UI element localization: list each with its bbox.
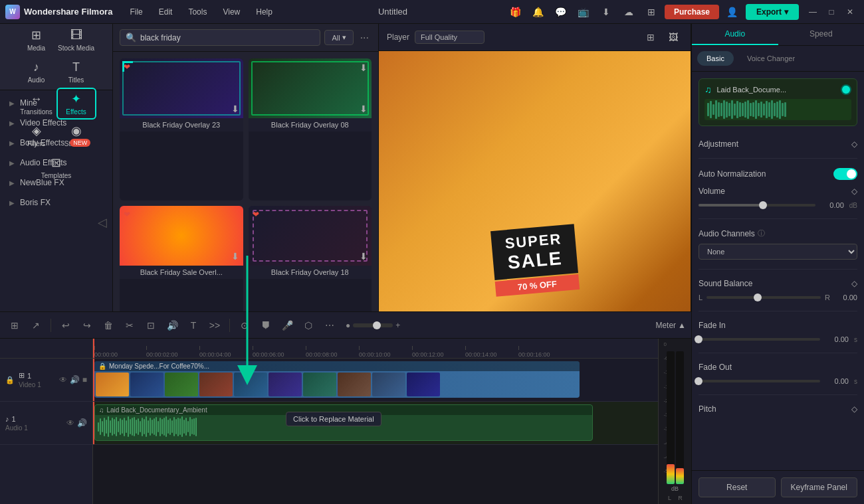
- undo-icon[interactable]: ↩: [56, 316, 75, 335]
- zoom-slider[interactable]: [353, 323, 393, 327]
- delete-icon[interactable]: 🗑: [99, 316, 118, 335]
- keyframe-panel-button[interactable]: Keyframe Panel: [781, 477, 858, 497]
- image-view-icon[interactable]: 🖼: [664, 28, 683, 46]
- menu-edit[interactable]: Edit: [152, 5, 179, 19]
- cut-icon[interactable]: ✂: [120, 316, 139, 335]
- volume-label: Volume: [699, 187, 725, 196]
- sidebar-item-body-effects[interactable]: ▶ Body Effects NEW: [0, 133, 112, 153]
- menu-file[interactable]: File: [123, 5, 149, 19]
- track-vol-icon[interactable]: 🔊: [77, 418, 87, 428]
- search-box: 🔍: [120, 29, 320, 46]
- download-icon[interactable]: ⬇: [597, 3, 615, 21]
- volume-diamond-icon[interactable]: ◇: [851, 187, 857, 196]
- filter-button[interactable]: All ▾: [324, 30, 353, 45]
- crop-icon[interactable]: ⊡: [142, 316, 160, 335]
- grid-icon[interactable]: ⊞: [642, 3, 661, 21]
- volume-slider[interactable]: [699, 204, 815, 207]
- audio-channels-select[interactable]: NoneMonoStereo: [699, 244, 857, 260]
- minimize-button[interactable]: —: [804, 3, 821, 21]
- redo-icon[interactable]: ↪: [78, 316, 96, 335]
- meter-label[interactable]: Meter ▲: [655, 321, 686, 330]
- track-eye-icon[interactable]: 👁: [66, 418, 74, 428]
- balance-slider[interactable]: [706, 296, 821, 299]
- subtab-basic[interactable]: Basic: [697, 51, 734, 66]
- more-options-button[interactable]: ···: [358, 32, 372, 44]
- music-icon: ♫: [99, 406, 104, 414]
- sidebar-item-boris[interactable]: ▶ Boris FX: [0, 193, 112, 212]
- reset-button[interactable]: Reset: [699, 477, 776, 497]
- window-controls: — □ ✕: [804, 3, 859, 21]
- lock-icon: 🔒: [98, 363, 106, 370]
- markers-icon[interactable]: ⋯: [320, 316, 339, 335]
- sidebar-item-audio-effects[interactable]: ▶ Audio Effects: [0, 153, 112, 173]
- balance-l-label: L: [699, 294, 702, 301]
- tab-speed[interactable]: Speed: [778, 24, 865, 45]
- toolbar-strip: ⊞ Media 🎞 Stock Media ♪ Audio T Titles ↔…: [0, 24, 112, 90]
- board-icon[interactable]: ⬡: [299, 316, 318, 335]
- bell-icon[interactable]: 🔔: [529, 3, 548, 21]
- timeline-ruler[interactable]: 00:00:00 00:00:02:00 00:00:04:00 00:00:0…: [93, 339, 658, 359]
- track-row: ♫ Laid Back_Docume...: [704, 84, 851, 95]
- more-tools-icon[interactable]: >>: [205, 316, 224, 335]
- filmstrip-frame: [269, 373, 302, 396]
- quality-select[interactable]: Full Quality Half Quality Quarter Qualit…: [415, 31, 485, 44]
- menu-bar: File Edit Tools View Help: [123, 5, 279, 19]
- audio-clip[interactable]: ♫ Laid Back_Documentary_Ambient: [94, 404, 593, 441]
- sidebar-collapse-btn[interactable]: ◁: [98, 215, 107, 230]
- sound-balance-diamond-icon[interactable]: ◇: [851, 279, 857, 288]
- title-actions: 🎁 🔔 💬 📺 ⬇ ☁ ⊞ Purchase 👤 Export ▾: [506, 3, 799, 21]
- zoom-thumb[interactable]: [373, 321, 381, 329]
- divider: [699, 394, 857, 395]
- sidebar-item-video-effects[interactable]: ▶ Video Effects: [0, 113, 112, 133]
- tool-titles[interactable]: T Titles: [56, 56, 96, 88]
- tool-stock-media[interactable]: 🎞 Stock Media: [56, 24, 96, 56]
- tab-audio[interactable]: Audio: [692, 24, 778, 45]
- gift-icon[interactable]: 🎁: [506, 3, 525, 21]
- track-toggle[interactable]: [841, 84, 851, 95]
- text-icon[interactable]: T: [184, 316, 203, 335]
- adjustment-diamond-icon[interactable]: ◇: [851, 139, 857, 149]
- magnet-icon[interactable]: ↗: [27, 316, 45, 335]
- close-button[interactable]: ✕: [841, 3, 859, 21]
- track-height-icon[interactable]: ⊙: [235, 316, 254, 335]
- pitch-diamond-icon[interactable]: ◇: [851, 404, 857, 414]
- playhead[interactable]: [93, 339, 94, 358]
- track-audio-icon[interactable]: 🔊: [70, 375, 80, 384]
- maximize-button[interactable]: □: [823, 3, 840, 21]
- meter-panel: 0 -6 -12 -18 -24 -30 -36 -42 -48 -54: [658, 339, 691, 504]
- cloud-icon[interactable]: ☁: [619, 3, 638, 21]
- sidebar-item-mine[interactable]: ▶ Mine: [0, 93, 112, 113]
- menu-tools[interactable]: Tools: [181, 5, 213, 19]
- audio-icon: ♪: [33, 60, 39, 74]
- tool-audio-label: Audio: [28, 76, 45, 84]
- record-icon[interactable]: 🎤: [278, 316, 296, 335]
- ripple-icon[interactable]: ⛊: [257, 316, 275, 335]
- track-eye-icon[interactable]: 👁: [59, 375, 67, 384]
- tool-media[interactable]: ⊞ Media: [17, 24, 56, 56]
- menu-view[interactable]: View: [216, 5, 247, 19]
- fade-out-slider[interactable]: [699, 380, 820, 382]
- effect-card[interactable]: ❤ ⬇ Black Friday Overlay 23: [120, 58, 243, 201]
- export-button[interactable]: Export ▾: [746, 4, 799, 20]
- search-input[interactable]: [140, 33, 314, 42]
- effect-card[interactable]: ⬇ ⬇ Black Friday Overlay 08: [249, 58, 372, 201]
- track-color-icon[interactable]: ■: [82, 375, 87, 384]
- subtab-voice-changer[interactable]: Voice Changer: [738, 51, 804, 66]
- auto-normalization-toggle[interactable]: [833, 168, 857, 180]
- video-clip[interactable]: 🔒 Monday Spede...For Coffee70%...: [94, 361, 580, 398]
- zoom-to-fit-icon[interactable]: ⊞: [5, 316, 24, 335]
- monitor-icon[interactable]: 📺: [574, 3, 593, 21]
- ruler-tick: 00:00:02:00: [146, 351, 178, 358]
- menu-help[interactable]: Help: [249, 5, 279, 19]
- split-audio-icon[interactable]: 🔊: [163, 316, 181, 335]
- purchase-button[interactable]: Purchase: [665, 5, 719, 19]
- fade-in-slider[interactable]: [699, 338, 820, 341]
- grid-view-icon[interactable]: ⊞: [641, 28, 660, 46]
- user-avatar[interactable]: 👤: [723, 3, 742, 21]
- timeline-content: 00:00:00 00:00:02:00 00:00:04:00 00:00:0…: [93, 339, 658, 504]
- sidebar-item-newblue[interactable]: ▶ NewBlue FX: [0, 173, 112, 193]
- playhead-video: [93, 359, 94, 401]
- tool-audio[interactable]: ♪ Audio: [17, 56, 56, 88]
- chat-icon[interactable]: 💬: [552, 3, 570, 21]
- fade-in-section: Fade In 0.00 s: [699, 321, 857, 343]
